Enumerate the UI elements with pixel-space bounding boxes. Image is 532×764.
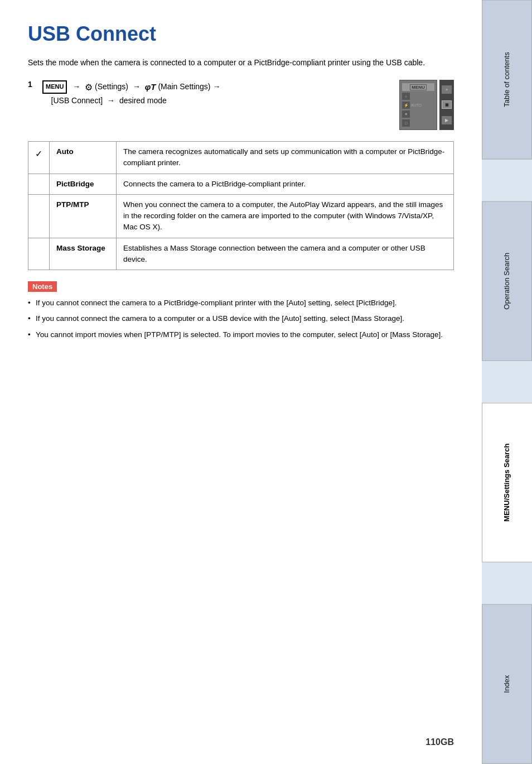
check-col: ✓ (28, 142, 50, 174)
check-col (28, 194, 50, 238)
camera-diagram: MENU ○ ⚡ AUTO (399, 80, 454, 130)
notes-label: Notes (28, 281, 57, 292)
arrow3: → (107, 94, 115, 107)
option-description: Establishes a Mass Storage connection be… (117, 238, 454, 270)
cam-icon-row2: ⚡ AUTO (402, 102, 434, 109)
menu-icon-label: MENU → ⚙ (Settings) → φT (Main Settings)… (42, 82, 220, 91)
sidebar-tab-table-of-contents[interactable]: Table of contents (482, 0, 532, 160)
option-description: The camera recognizes automatically and … (117, 142, 454, 174)
page-title: USB Connect (28, 22, 454, 46)
option-description: When you connect the camera to a compute… (117, 194, 454, 238)
check-col (28, 238, 50, 270)
sidebar-tab-menu-settings-search[interactable]: MENU/Settings Search (482, 403, 532, 563)
cam-icon-circle: ○ (402, 93, 410, 100)
side-icon-1: ≡ (442, 85, 452, 94)
note-item: If you cannot connect the camera to a co… (28, 313, 454, 324)
cam-menu-row: MENU (402, 83, 434, 91)
menu-box: MENU (42, 80, 67, 94)
right-sidebar: Table of contentsOperation SearchMENU/Se… (482, 0, 532, 764)
camera-side-panel: ≡ ▣ ▶ (439, 80, 454, 130)
table-row: PTP/MTPWhen you connect the camera to a … (28, 194, 454, 238)
instruction-left: 1 MENU → ⚙ (Settings) → φT (Main Setting… (28, 80, 388, 107)
cam-icon-row3: ☀ (402, 110, 434, 118)
sidebar-tab-operation-search[interactable]: Operation Search (482, 201, 532, 361)
option-label: PictBridge (50, 174, 117, 194)
notes-list: If you cannot connect the camera to a Pi… (28, 297, 454, 340)
options-table: ✓AutoThe camera recognizes automatically… (28, 141, 454, 270)
option-label: Mass Storage (50, 238, 117, 270)
cam-icon-flash: ⚡ (402, 102, 410, 109)
table-row: PictBridgeConnects the camera to a PictB… (28, 174, 454, 194)
cam-menu-label: MENU (410, 84, 427, 90)
arrow2: → (133, 80, 141, 93)
check-col (28, 174, 50, 194)
cam-icon-q: □ (402, 119, 410, 127)
option-description: Connects the camera to a PictBridge-comp… (117, 174, 454, 194)
side-icon-3: ▶ (442, 116, 452, 124)
note-item: You cannot import movies when [PTP/MTP] … (28, 329, 454, 340)
instruction-text: MENU → ⚙ (Settings) → φT (Main Settings)… (42, 80, 388, 107)
note-item: If you cannot connect the camera to a Pi… (28, 297, 454, 309)
main-settings-label: (Main Settings) → (158, 82, 220, 91)
side-icon-2-active: ▣ (442, 100, 452, 109)
table-row: ✓AutoThe camera recognizes automatically… (28, 142, 454, 174)
notes-section: Notes If you cannot connect the camera t… (28, 281, 454, 340)
cam-auto-label: AUTO (411, 102, 422, 109)
intro-text: Sets the mode when the camera is connect… (28, 57, 454, 69)
bracket-label: [USB Connect] → desired mode (42, 96, 167, 105)
settings-label: (Settings) (95, 82, 130, 91)
option-label: PTP/MTP (50, 194, 117, 238)
table-row: Mass StorageEstablishes a Mass Storage c… (28, 238, 454, 270)
main-settings-icon: φT (145, 82, 156, 92)
check-mark: ✓ (35, 149, 42, 158)
cam-icon-row1: ○ (402, 93, 434, 100)
instruction-block: 1 MENU → ⚙ (Settings) → φT (Main Setting… (28, 80, 454, 130)
arrow1: → (72, 80, 80, 93)
camera-screen: MENU ○ ⚡ AUTO (399, 80, 437, 130)
page-number: 110GB (425, 737, 454, 747)
cam-icon-row4: □ (402, 119, 434, 127)
sidebar-tab-index[interactable]: Index (482, 604, 532, 764)
settings-icon: ⚙ (85, 82, 93, 92)
cam-icon-sun: ☀ (402, 110, 410, 118)
option-label: Auto (50, 142, 117, 174)
step-number: 1 (28, 80, 37, 89)
main-content: USB Connect Sets the mode when the camer… (0, 0, 482, 764)
